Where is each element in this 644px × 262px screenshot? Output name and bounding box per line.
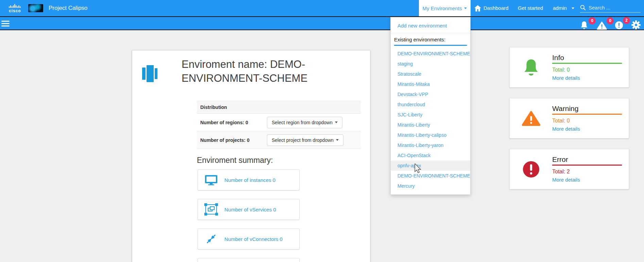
vservices-link[interactable]: Number of vServices 0: [224, 207, 276, 212]
error-circle-icon: [510, 149, 552, 189]
error-title: Error: [552, 155, 622, 164]
select-project-dropdown-button[interactable]: Select project from dropdown: [267, 134, 343, 146]
distribution-table: Distribution Number of regions: 0 Select…: [197, 101, 361, 149]
environment-icon: [141, 64, 158, 85]
dropdown-divider: [391, 33, 470, 33]
existing-environments-label: Existing environments:: [391, 35, 470, 44]
info-more-details-link[interactable]: More details: [552, 75, 622, 81]
select-region-dropdown-button[interactable]: Select region from dropdown: [267, 117, 342, 128]
table-row: Number of projects: 0 Select project fro…: [197, 131, 361, 149]
errors-circle-icon[interactable]: [615, 21, 623, 31]
chevron-down-icon: [335, 121, 338, 123]
mouse-cursor: [414, 164, 422, 175]
vconnectors-card[interactable]: Number of vConnectors 0: [198, 228, 300, 249]
error-status-card: Error Total: 2 More details: [509, 149, 629, 189]
env-item-mirantis-liberty-calipso[interactable]: Mirantis-Liberty-calipso: [391, 130, 470, 140]
instances-link[interactable]: Number of instances 0: [224, 177, 275, 183]
warning-title: Warning: [552, 105, 622, 113]
chevron-down-icon: [572, 7, 574, 9]
nav-dashboard-label: Dashboard: [484, 0, 508, 16]
cisco-logo-bars-icon: [9, 4, 21, 8]
env-item-thundercloud[interactable]: thundercloud: [391, 99, 470, 110]
env-item-demo-environment-scheme[interactable]: DEMO-ENVIRONMENT-SCHEME: [391, 49, 470, 59]
error-more-details-link[interactable]: More details: [552, 177, 622, 183]
select-region-dropdown-label: Select region from dropdown: [272, 120, 333, 125]
nav-user-menu[interactable]: admin: [553, 0, 574, 16]
warning-rule: [552, 114, 622, 115]
brand-thumbnail: [28, 4, 43, 12]
monitor-icon: [198, 175, 224, 185]
toolbar: 0 0 2: [0, 16, 644, 30]
errors-badge: 2: [623, 17, 630, 24]
instances-card[interactable]: Number of instances 0: [198, 169, 300, 190]
cisco-logo-word: cisco: [9, 9, 21, 13]
environments-dropdown-panel: Add new environment Existing environment…: [390, 17, 471, 195]
notifications-bell-icon[interactable]: [580, 21, 588, 31]
chevron-down-icon: [336, 139, 339, 141]
nav-get-started-label: Get started: [518, 0, 543, 16]
page: cisco Project Calipso My Environments Da…: [0, 0, 644, 262]
nav-my-environments[interactable]: My Environments: [419, 0, 471, 16]
environment-title: Enviroment name: DEMO- ENVIRONMENT-SCHEM…: [182, 57, 328, 85]
warning-triangle-icon: [510, 98, 552, 138]
env-item-aci-openstack[interactable]: ACI-OpenStack: [391, 150, 470, 161]
distribution-header: Distribution: [197, 101, 361, 114]
info-total: Total: 0: [552, 67, 622, 73]
error-rule: [552, 165, 622, 166]
env-item-devstack-vpp[interactable]: Devstack-VPP: [391, 89, 470, 99]
vservice-icon: [198, 203, 224, 216]
home-icon: [474, 5, 481, 12]
hamburger-menu-icon[interactable]: [1, 21, 10, 28]
env-item-mercury[interactable]: Mercury: [391, 181, 470, 191]
nav-get-started[interactable]: Get started: [518, 0, 543, 16]
env-item-mirantis-liberty[interactable]: Mirantis-Liberty: [391, 120, 470, 130]
chevron-down-icon: [464, 7, 467, 9]
warning-more-details-link[interactable]: More details: [552, 126, 622, 132]
env-item-mirantis-liberty-yaron[interactable]: Mirantis-Liberty-yaron: [391, 140, 470, 150]
add-new-environment-link[interactable]: Add new environment: [391, 21, 470, 31]
warnings-triangle-icon[interactable]: [596, 21, 607, 31]
warning-status-card: Warning Total: 0 More details: [509, 98, 629, 138]
info-status-card: Info Total: 0 More details: [509, 47, 629, 88]
warning-total: Total: 0: [552, 118, 622, 124]
info-title: Info: [552, 54, 622, 62]
nav-user-label: admin: [553, 0, 567, 16]
env-item-opnfv-apex[interactable]: opnfv-apex: [391, 161, 470, 171]
table-row: Number of regions: 0 Select region from …: [197, 114, 361, 131]
nav-dashboard[interactable]: Dashboard: [474, 0, 508, 16]
projects-count-label: Number of projects: 0: [200, 137, 267, 143]
search-input[interactable]: [589, 5, 638, 11]
summary-heading: Enviroment summary:: [197, 156, 273, 165]
info-rule: [552, 63, 622, 64]
env-item-demo-environment-scheme-2[interactable]: DEMO-ENVIRONMENT-SCHEME: [391, 171, 470, 181]
env-item-mirantis-mitaka[interactable]: Mirantis-Mitaka: [391, 79, 470, 89]
environment-title-line1: Enviroment name: DEMO-: [182, 57, 328, 71]
search-icon: [580, 5, 586, 11]
vconnectors-link[interactable]: Number of vConnectors 0: [224, 236, 283, 242]
top-navbar: cisco Project Calipso My Environments Da…: [0, 0, 644, 16]
env-item-stratoscale[interactable]: Stratoscale: [391, 69, 470, 79]
vservices-card[interactable]: Number of vServices 0: [198, 199, 300, 220]
regions-count-label: Number of regions: 0: [200, 120, 267, 125]
vconnector-icon: [198, 234, 224, 244]
notifications-badge: 0: [589, 17, 596, 24]
existing-environments-rule: [394, 45, 467, 46]
environment-title-line2: ENVIRONMENT-SCHEME: [182, 71, 328, 85]
select-project-dropdown-label: Select project from dropdown: [272, 137, 334, 143]
error-total: Total: 2: [552, 169, 622, 175]
env-item-staging[interactable]: staging: [391, 59, 470, 69]
env-item-sjc-liberty[interactable]: SJC-Liberty: [391, 110, 470, 120]
cisco-logo: cisco: [9, 3, 21, 13]
warnings-badge: 0: [607, 17, 614, 24]
settings-gear-icon[interactable]: [631, 20, 641, 31]
environment-card: Enviroment name: DEMO- ENVIRONMENT-SCHEM…: [132, 50, 370, 262]
search-box: [580, 3, 641, 13]
app-title: Project Calipso: [49, 0, 87, 16]
nav-my-environments-label: My Environments: [423, 5, 462, 11]
info-bell-icon: [510, 48, 552, 87]
summary-card-partial: [198, 258, 300, 262]
